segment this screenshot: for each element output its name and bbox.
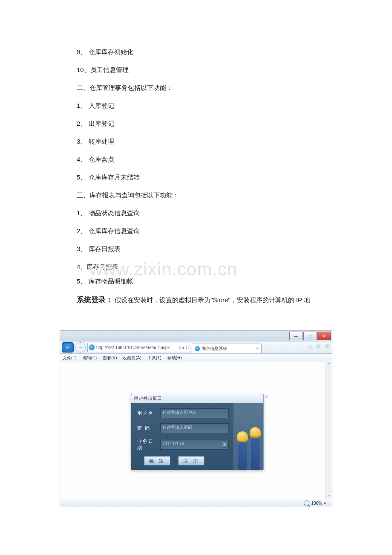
page-content: 用户登录窗口 用户名 在这里输入用户名 密 码 在这 bbox=[60, 362, 326, 499]
cancel-button[interactable]: 取 消 bbox=[178, 456, 205, 465]
line: 三、库存报表与查询包括以下功能： bbox=[77, 190, 332, 200]
window-titlebar: — ▢ ✕ bbox=[60, 331, 332, 341]
password-input[interactable]: 在这里输入密码 bbox=[160, 423, 229, 433]
line: 二、仓库管理事务包括以下功能： bbox=[77, 83, 332, 93]
maximize-button[interactable]: ▢ bbox=[303, 332, 317, 340]
dialog-close-icon[interactable]: × bbox=[265, 394, 268, 400]
dialog-title-text: 用户登录窗口 bbox=[134, 396, 162, 402]
zoom-value: 100% bbox=[311, 501, 322, 506]
address-bar[interactable]: http://192.168.0.101/Store/default.aspx … bbox=[87, 343, 190, 352]
line: 2、 仓库库存信息查询 bbox=[77, 226, 332, 236]
menu-favorites[interactable]: 收藏夹(A) bbox=[123, 355, 141, 361]
date-input[interactable]: 2014-04-16 ▾ bbox=[160, 440, 229, 450]
document-body: 9、 仓库库存初始化 10、员工信息管理 二、仓库管理事务包括以下功能： 1、 … bbox=[77, 47, 332, 306]
line: 5、 库存物品明细帐 bbox=[77, 276, 332, 286]
browser-tab[interactable]: 综合信息系统 × bbox=[192, 344, 262, 353]
login-heading-bold: 系统登录： bbox=[77, 296, 113, 304]
menu-edit[interactable]: 编辑(E) bbox=[83, 355, 97, 361]
browser-screenshot: — ▢ ✕ ← → http://192.168.0.101/Store/def… bbox=[60, 330, 332, 507]
username-placeholder: 在这里输入用户名 bbox=[162, 410, 196, 415]
dialog-titlebar: 用户登录窗口 bbox=[131, 394, 263, 403]
tab-label: 综合信息系统 bbox=[202, 346, 254, 352]
browser-navbar: ← → http://192.168.0.101/Store/default.a… bbox=[60, 341, 332, 354]
gear-icon[interactable]: ✿ bbox=[325, 343, 329, 349]
password-placeholder: 在这里输入密码 bbox=[162, 425, 192, 430]
line: 1、 物品状态信息查询 bbox=[77, 208, 332, 218]
forward-button[interactable]: → bbox=[75, 342, 86, 353]
tab-close-icon[interactable]: × bbox=[256, 346, 259, 351]
line: 4、库存月报表 bbox=[77, 262, 332, 272]
scroll-up-icon[interactable]: ˄ bbox=[328, 362, 330, 367]
line: 5、 仓库库存月末结转 bbox=[77, 172, 332, 182]
line: 10、员工信息管理 bbox=[77, 65, 332, 75]
search-controls[interactable]: ρ ▾ Ċ bbox=[179, 345, 189, 350]
menu-help[interactable]: 帮助(H) bbox=[167, 355, 182, 361]
username-input[interactable]: 在这里输入用户名 bbox=[160, 408, 229, 418]
ie-icon bbox=[195, 346, 200, 351]
menu-tools[interactable]: 工具(T) bbox=[147, 355, 161, 361]
worker-icon bbox=[236, 431, 249, 470]
ok-button[interactable]: 确 定 bbox=[144, 456, 170, 465]
worker-icon bbox=[249, 427, 262, 470]
back-button[interactable]: ← bbox=[62, 342, 74, 353]
minimize-button[interactable]: — bbox=[289, 332, 303, 340]
dialog-artwork bbox=[233, 403, 263, 470]
line: 3、 转库处理 bbox=[77, 136, 332, 147]
username-label: 用户名 bbox=[137, 410, 156, 416]
menubar: 文件(F) 编辑(E) 查看(V) 收藏夹(A) 工具(T) 帮助(H) bbox=[60, 354, 332, 363]
url-text: http://192.168.0.101/Store/default.aspx bbox=[96, 345, 177, 350]
statusbar: 100% ▾ bbox=[60, 499, 332, 507]
date-label: 业务日期 bbox=[137, 438, 156, 451]
line: 4、 仓库盘点 bbox=[77, 154, 332, 165]
password-label: 密 码 bbox=[137, 425, 156, 431]
line: 1、 入库登记 bbox=[77, 101, 332, 111]
line: 9、 仓库库存初始化 bbox=[77, 47, 332, 57]
menu-view[interactable]: 查看(V) bbox=[103, 355, 117, 361]
navbar-right-icons: ⌂ ★ ✿ bbox=[309, 343, 329, 349]
login-heading-rest: 假设在安装时，设置的虚拟目录为"Store"，安装程序的计算机的 IP 地 bbox=[115, 296, 310, 304]
date-value: 2014-04-16 bbox=[162, 441, 184, 446]
line: 3、 库存日报表 bbox=[77, 244, 332, 254]
login-dialog: 用户登录窗口 用户名 在这里输入用户名 密 码 在这 bbox=[131, 394, 264, 470]
login-heading: 系统登录： 假设在安装时，设置的虚拟目录为"Store"，安装程序的计算机的 I… bbox=[77, 294, 332, 306]
line: 2、 出库登记 bbox=[77, 119, 332, 129]
vertical-scrollbar[interactable]: ˄ ˅ bbox=[326, 362, 332, 499]
menu-file[interactable]: 文件(F) bbox=[63, 355, 77, 361]
home-icon[interactable]: ⌂ bbox=[309, 343, 312, 349]
ie-icon bbox=[89, 344, 95, 350]
chevron-down-icon[interactable]: ▾ bbox=[222, 442, 228, 448]
favorites-icon[interactable]: ★ bbox=[316, 343, 321, 349]
close-button[interactable]: ✕ bbox=[317, 332, 331, 340]
zoom-caret-icon[interactable]: ▾ bbox=[324, 501, 326, 506]
zoom-icon[interactable] bbox=[304, 500, 309, 506]
